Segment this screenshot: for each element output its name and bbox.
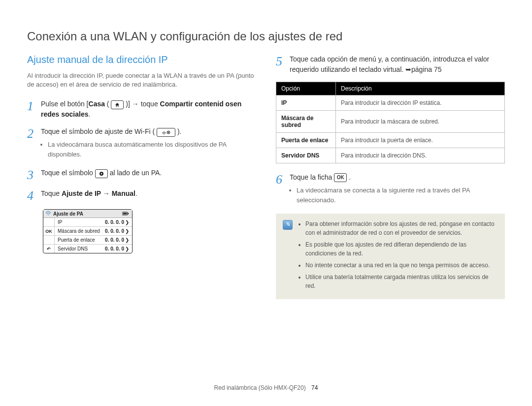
step-4: 4 Toque Ajuste de IP → Manual. (27, 188, 256, 202)
wifi-icon (45, 211, 51, 217)
opt-desc: Para introducir la dirección DNS. (336, 148, 505, 163)
battery-icon (122, 211, 129, 217)
row-value: 0. 0. 0. 0 (105, 228, 124, 234)
step5-text: Toque cada opción de menú y, a continuac… (290, 55, 489, 73)
step4-bold: Ajuste de IP → Manual (62, 189, 135, 197)
opt-desc: Para introducir la dirección IP estática… (336, 95, 505, 111)
note-item: Para obtener información sobre los ajust… (305, 219, 498, 237)
table-row: Máscara de subred Para introducir la más… (276, 111, 505, 133)
step1-text-d: . (89, 110, 91, 118)
svg-point-0 (164, 134, 165, 135)
step6-text-a: Toque la ficha (290, 173, 334, 181)
row-label: Puerta de enlace (58, 237, 95, 243)
step-number: 1 (27, 99, 41, 120)
step3-text-a: Toque el símbolo (41, 169, 95, 177)
step6-sub-item: La videocámara se conecta a la siguiente… (297, 186, 505, 205)
note-list: Para obtener información sobre los ajust… (298, 219, 498, 293)
options-table: Opción Descripción IP Para introducir la… (276, 82, 505, 163)
next-arrow-icon (95, 169, 108, 178)
opt-name: IP (276, 95, 336, 111)
miniscreen-ok-button[interactable]: OK (43, 227, 54, 236)
opt-name: Máscara de subred (276, 111, 336, 133)
step2-text: Toque el símbolo de ajuste de Wi-Fi ( (41, 127, 157, 135)
table-header-option: Opción (276, 82, 336, 95)
table-row: IP Para introducir la dirección IP estát… (276, 95, 505, 111)
step-number: 2 (27, 126, 41, 161)
row-value: 0. 0. 0. 0 (105, 237, 124, 243)
miniscreen-row-mask[interactable]: Máscara de subred 0. 0. 0. 0❯ (55, 227, 132, 236)
table-header-description: Descripción (336, 82, 505, 95)
section-heading-ip: Ajuste manual de la dirección IP (27, 54, 256, 65)
miniscreen-back-button[interactable]: ↶ (43, 245, 54, 253)
step2-sub-item: La videocámara busca automáticamente los… (48, 140, 256, 159)
wifi-settings-icon (157, 128, 175, 137)
miniscreen-row-dns[interactable]: Servidor DNS 0. 0. 0. 0❯ (55, 245, 132, 253)
miniscreen-blank2 (43, 236, 54, 245)
step6-text-b: . (349, 173, 351, 181)
left-column: Ajuste manual de la dirección IP Al intr… (27, 54, 256, 299)
step-number: 4 (27, 188, 41, 202)
row-label: Servidor DNS (58, 246, 88, 251)
step-number: 6 (276, 172, 290, 207)
step4-text-b: . (135, 189, 137, 197)
home-icon (111, 100, 124, 109)
miniscreen-row-gateway[interactable]: Puerta de enlace 0. 0. 0. 0❯ (55, 236, 132, 245)
table-row: Puerta de enlace Para introducir la puer… (276, 133, 505, 148)
step-3: 3 Toque el símbolo al lado de un PA. (27, 168, 256, 182)
step-number: 3 (27, 168, 41, 182)
svg-point-3 (48, 215, 49, 216)
chevron-right-icon: ❯ (125, 219, 129, 225)
step-number: 5 (276, 54, 290, 75)
step1-text-a: Pulse el botón [ (41, 100, 89, 108)
step4-text-a: Toque (41, 189, 62, 197)
page-title: Conexión a una WLAN y configuración de l… (27, 30, 505, 43)
miniscreen-row-ip[interactable]: IP 0. 0. 0. 0❯ (55, 218, 132, 227)
chevron-right-icon: ❯ (125, 228, 129, 234)
step6-sub: La videocámara se conecta a la siguiente… (290, 186, 505, 205)
two-column-layout: Ajuste manual de la dirección IP Al intr… (27, 54, 505, 299)
opt-desc: Para introducir la puerta de enlace. (336, 133, 505, 148)
intro-text: Al introducir la dirección IP, puede con… (27, 71, 256, 89)
miniscreen-title: Ajuste de PA (53, 211, 83, 217)
row-label: Máscara de subred (58, 228, 100, 234)
note-item: Utilice una batería totalmente cargada m… (305, 273, 498, 290)
chevron-right-icon: ❯ (125, 246, 129, 251)
miniscreen-side: OK ↶ (43, 218, 55, 253)
opt-name: Puerta de enlace (276, 133, 336, 148)
opt-desc: Para introducir la máscara de subred. (336, 111, 505, 133)
row-value: 0. 0. 0. 0 (105, 219, 124, 225)
svg-rect-5 (128, 213, 129, 215)
step-2: 2 Toque el símbolo de ajuste de Wi-Fi ( … (27, 126, 256, 161)
page-number: 74 (311, 384, 318, 391)
page-footer: Red inalámbrica (Sólo HMX-QF20) 74 (0, 384, 532, 391)
step2-text-b: ). (177, 127, 182, 135)
row-label: IP (58, 219, 62, 225)
ap-settings-miniscreen: Ajuste de PA OK ↶ IP 0. 0. 0. 0❯ (43, 209, 133, 253)
step1-text-c: )] → toque (124, 100, 160, 108)
footer-text: Red inalámbrica (Sólo HMX-QF20) (214, 384, 306, 391)
note-item: Es posible que los ajustes de red difier… (305, 240, 498, 258)
opt-name: Servidor DNS (276, 148, 336, 163)
table-row: Servidor DNS Para introducir la direcció… (276, 148, 505, 163)
step-6: 6 Toque la ficha OK . La videocámara se … (276, 172, 505, 207)
miniscreen-blank (43, 218, 54, 227)
row-value: 0. 0. 0. 0 (105, 246, 124, 251)
right-column: 5 Toque cada opción de menú y, a continu… (276, 54, 505, 299)
note-item: No intente conectar a una red en la que … (305, 261, 498, 270)
step2-sub: La videocámara busca automáticamente los… (41, 140, 256, 159)
chevron-right-icon: ❯ (125, 237, 129, 243)
step3-text-b: al lado de un PA. (110, 169, 162, 177)
step-1: 1 Pulse el botón [Casa ( )] → toque Comp… (27, 99, 256, 120)
note-icon: ✎ (283, 219, 294, 293)
miniscreen-list: IP 0. 0. 0. 0❯ Máscara de subred 0. 0. 0… (55, 218, 132, 253)
step1-text-b: ( (105, 100, 111, 108)
step1-casa: Casa (89, 100, 105, 108)
note-box: ✎ Para obtener información sobre los aju… (276, 214, 505, 299)
miniscreen-header: Ajuste de PA (43, 210, 132, 218)
step-5: 5 Toque cada opción de menú y, a continu… (276, 54, 505, 75)
ok-button-icon: OK (334, 173, 347, 182)
svg-rect-6 (123, 213, 127, 215)
